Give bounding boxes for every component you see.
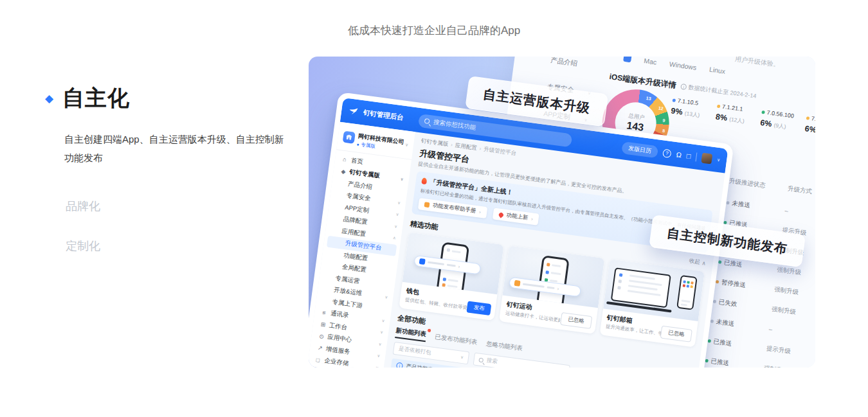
info-icon: i: [396, 362, 403, 368]
tab-new-features[interactable]: 新功能列表: [395, 326, 426, 342]
column-header: 升级方式: [787, 184, 815, 200]
version-stat: 7.5.1.1 6% (8人): [804, 114, 815, 139]
chevron-right-icon: ›: [458, 264, 460, 269]
tab-published-features[interactable]: 已发布功能列表: [434, 333, 478, 349]
fire-icon: [421, 177, 427, 184]
feature-nav: ◆ 自主化 自主创建四端App、自主运营版本升级、自主控制新功能发布 品牌化 定…: [45, 84, 296, 254]
feature-card-mail: 钉钉邮箱 提升沟通效率，让工作、学习、协同更便捷。 已忽略: [599, 259, 705, 348]
segment-label: 12: [658, 106, 664, 111]
search-icon: [424, 118, 430, 124]
tab-windows[interactable]: Windows: [669, 60, 697, 71]
new-features-link[interactable]: 功能上新›: [493, 208, 539, 225]
feature-title: 自主化: [62, 84, 130, 113]
chevron-up-icon: ∧: [392, 235, 396, 241]
tab-ignored-features[interactable]: 忽略功能列表: [485, 340, 523, 355]
section-title: 低成本快速打造企业自己品牌的App: [0, 23, 868, 38]
chevron-up-icon: ∧: [701, 260, 707, 267]
publish-button[interactable]: 发布: [467, 301, 492, 315]
chevron-down-icon: ∨: [384, 294, 388, 300]
segment-label: 13: [646, 96, 651, 101]
segment-label: 9: [662, 118, 665, 123]
feature-card-sports: › 钉钉运动 运动健康打卡，让运动更好玩。 已忽略: [499, 245, 604, 334]
feature-item-customization[interactable]: 定制化: [66, 238, 296, 254]
chevron-down-icon: ∨: [380, 330, 384, 335]
help-icon[interactable]: ?: [662, 148, 672, 158]
legend-dot: [806, 116, 810, 120]
org-avatar: [343, 130, 356, 143]
status-dot: [716, 280, 719, 284]
status-dot: [718, 260, 722, 264]
chevron-down-icon: ∨: [375, 365, 379, 368]
version-stat: 7.1.21.1 8% (12人): [715, 103, 755, 127]
pin-icon: [498, 211, 504, 218]
sports-icon: [514, 280, 521, 287]
version-stat: 7.1.10.5 9% (13人): [671, 96, 711, 121]
chevron-down-icon: ∨: [381, 318, 385, 324]
page: 低成本快速打造企业自己品牌的App ◆ 自主化 自主创建四端App、自主运营版本…: [0, 0, 868, 417]
release-calendar-button[interactable]: 发版日历: [621, 141, 658, 158]
diamond-icon: ◆: [45, 93, 53, 104]
card-illustration: ›: [402, 232, 504, 294]
phone-mockup: [676, 275, 698, 310]
ios-tab-icon[interactable]: [623, 57, 631, 62]
status-dot: [710, 319, 714, 323]
chevron-down-icon: ∨: [394, 224, 398, 229]
status-dot: [705, 359, 709, 363]
breadcrumb-item[interactable]: 钉钉专属版: [420, 138, 449, 149]
chart-note: i 数据统计截止至 2024-2-14: [680, 82, 757, 101]
chevron-down-icon[interactable]: ∨: [717, 157, 721, 163]
chevron-down-icon: ∨: [378, 341, 382, 347]
segment-label: 8: [662, 129, 665, 133]
collapse-toggle[interactable]: 收起∧: [689, 257, 707, 267]
status-dot: [713, 300, 717, 304]
truncated-text: 用户升级体验。: [734, 57, 780, 69]
card-illustration: [603, 259, 705, 321]
illustration-container: 产品介绍 专属安全∨ APP定制∨ APP分发 用户升级体验。 Mac Wind…: [309, 57, 815, 368]
status-dot: [707, 339, 711, 343]
divider: [695, 152, 697, 161]
chevron-down-icon: ∨: [397, 200, 401, 206]
chevron-down-icon: ∨: [377, 353, 381, 359]
laptop-mockup: [610, 267, 671, 308]
chevron-right-icon: ›: [531, 216, 534, 222]
wallet-icon: [419, 258, 426, 265]
avatar[interactable]: [701, 153, 712, 164]
chevron-down-icon: ∨: [395, 212, 399, 218]
breadcrumb-current: 升级管控平台: [484, 146, 517, 158]
chevron-down-icon: ∨: [460, 355, 464, 360]
support-headset-icon[interactable]: Ω: [676, 151, 682, 159]
search-icon: [478, 357, 484, 362]
feature-description: 自主创建四端App、自主运营版本升级、自主控制新功能发布: [64, 130, 293, 168]
legend-dot: [761, 110, 765, 114]
tab-linux[interactable]: Linux: [709, 66, 725, 75]
console-title: 钉钉管理后台: [363, 108, 404, 122]
dingtalk-logo-icon: [347, 105, 359, 117]
tab-mac[interactable]: Mac: [644, 57, 657, 66]
notification-badge: [426, 328, 431, 333]
card-illustration: ›: [503, 245, 604, 308]
client-download-icon[interactable]: □: [686, 152, 691, 160]
column-header: 升级推进状态: [728, 177, 788, 193]
legend-dot: [673, 98, 676, 102]
status-dot: [726, 201, 730, 205]
breadcrumb-item[interactable]: 应用配置: [455, 142, 477, 152]
version-stats: 7.1.10.5 9% (13人) 7.1.21.1 8% (12人) 7.0.…: [671, 96, 815, 138]
version-stat: 7.0.56.100 6% (9人): [759, 109, 800, 133]
feature-item-branding[interactable]: 品牌化: [66, 199, 296, 214]
legend-dot: [717, 104, 721, 108]
featured-section-title: 精选功能: [410, 219, 439, 233]
chevron-down-icon: ∨: [404, 142, 408, 148]
chevron-right-icon: ›: [479, 209, 482, 215]
all-features-title: 全部功能: [397, 313, 426, 326]
chevron-down-icon: ∨: [400, 177, 404, 182]
panel-menu-item[interactable]: 产品介绍: [550, 57, 577, 68]
document-icon: [424, 202, 429, 208]
chevron-right-icon: ›: [557, 287, 559, 291]
os-tabs: Mac Windows Linux: [623, 57, 726, 75]
feature-card-wallet: › 钱包 提供红包、转账、收付款等资金服务。 发布: [399, 232, 504, 321]
info-icon: i: [680, 84, 687, 90]
